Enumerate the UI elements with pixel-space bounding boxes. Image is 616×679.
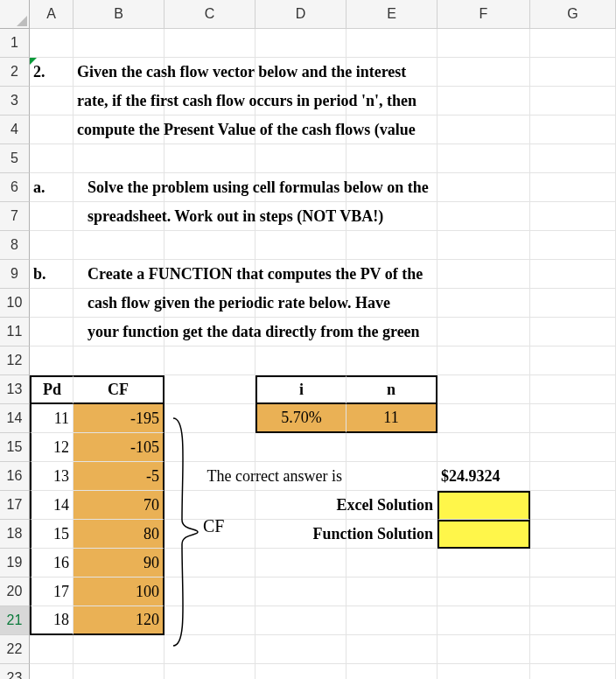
cell-D8[interactable]	[256, 231, 346, 260]
cell-D23[interactable]	[256, 664, 346, 679]
cell-D13-i[interactable]: i	[256, 375, 346, 404]
col-hdr-B[interactable]: B	[74, 0, 164, 29]
cell-C13[interactable]	[164, 375, 256, 404]
cell-B3[interactable]: rate, if the first cash flow occurs in p…	[74, 87, 164, 116]
row-hdr-19[interactable]: 19	[0, 549, 30, 578]
cell-B20[interactable]: 100	[74, 578, 164, 606]
cell-G13[interactable]	[530, 375, 616, 404]
row-hdr-6[interactable]: 6	[0, 173, 30, 202]
row-hdr-12[interactable]: 12	[0, 346, 30, 375]
cell-F12[interactable]	[438, 346, 530, 375]
col-hdr-F[interactable]: F	[438, 0, 530, 29]
row-hdr-21[interactable]: 21	[0, 606, 30, 635]
cell-C12[interactable]	[164, 346, 256, 375]
cell-G9[interactable]	[530, 260, 616, 289]
row-hdr-5[interactable]: 5	[0, 144, 30, 173]
cell-F9[interactable]	[438, 260, 530, 289]
cell-F11[interactable]	[438, 318, 530, 346]
cell-B12[interactable]	[74, 346, 164, 375]
cell-E13-n[interactable]: n	[346, 375, 438, 404]
cell-C8[interactable]	[164, 231, 256, 260]
cell-B8[interactable]	[74, 231, 164, 260]
cell-A9[interactable]: b.	[30, 260, 74, 289]
row-hdr-3[interactable]: 3	[0, 87, 30, 116]
row-hdr-22[interactable]: 22	[0, 635, 30, 664]
cell-A7[interactable]	[30, 202, 74, 231]
cell-D20[interactable]	[256, 578, 346, 606]
cell-E20[interactable]	[346, 578, 438, 606]
cell-A3[interactable]	[30, 87, 74, 116]
cell-A11[interactable]	[30, 318, 74, 346]
cell-E14-nval[interactable]: 11	[346, 404, 438, 433]
cell-D5[interactable]	[256, 144, 346, 173]
cell-G15[interactable]	[530, 433, 616, 462]
row-hdr-7[interactable]: 7	[0, 202, 30, 231]
cell-G1[interactable]	[530, 29, 616, 58]
cell-C1[interactable]	[164, 29, 256, 58]
cell-B19[interactable]: 90	[74, 549, 164, 578]
cell-C19[interactable]	[164, 549, 256, 578]
cell-G2[interactable]	[530, 58, 616, 87]
cell-D21[interactable]	[256, 606, 346, 635]
cell-E18-func[interactable]: Function Solution	[346, 520, 438, 549]
cell-G5[interactable]	[530, 144, 616, 173]
cell-G8[interactable]	[530, 231, 616, 260]
cell-B18[interactable]: 80	[74, 520, 164, 549]
cell-F1[interactable]	[438, 29, 530, 58]
cell-E15[interactable]	[346, 433, 438, 462]
cell-D19[interactable]	[256, 549, 346, 578]
row-hdr-23[interactable]: 23	[0, 664, 30, 679]
cell-F23[interactable]	[438, 664, 530, 679]
cell-G12[interactable]	[530, 346, 616, 375]
cell-F15[interactable]	[438, 433, 530, 462]
cell-B14[interactable]: -195	[74, 404, 164, 433]
col-hdr-G[interactable]: G	[530, 0, 616, 29]
cell-G20[interactable]	[530, 578, 616, 606]
cell-D16[interactable]: The correct answer is	[256, 462, 346, 491]
cell-A14[interactable]: 11	[30, 404, 74, 433]
cell-B6[interactable]: Solve the problem using cell formulas be…	[74, 173, 164, 202]
cell-C23[interactable]	[164, 664, 256, 679]
cell-G4[interactable]	[530, 116, 616, 144]
cell-G16[interactable]	[530, 462, 616, 491]
cell-D14-ival[interactable]: 5.70%	[256, 404, 346, 433]
cell-B7[interactable]: spreadsheet. Work out in steps (NOT VBA!…	[74, 202, 164, 231]
cell-A18[interactable]: 15	[30, 520, 74, 549]
cell-A13-Pd[interactable]: Pd	[30, 375, 74, 404]
cell-B23[interactable]	[74, 664, 164, 679]
cell-C22[interactable]	[164, 635, 256, 664]
cell-G18[interactable]	[530, 520, 616, 549]
cell-E16[interactable]	[346, 462, 438, 491]
row-hdr-16[interactable]: 16	[0, 462, 30, 491]
cell-G11[interactable]	[530, 318, 616, 346]
row-hdr-13[interactable]: 13	[0, 375, 30, 404]
cell-F18-func-sol[interactable]	[438, 520, 530, 549]
cell-C14[interactable]	[164, 404, 256, 433]
col-hdr-E[interactable]: E	[346, 0, 438, 29]
cell-F13[interactable]	[438, 375, 530, 404]
cell-F19[interactable]	[438, 549, 530, 578]
cell-F2[interactable]	[438, 58, 530, 87]
row-hdr-9[interactable]: 9	[0, 260, 30, 289]
cell-A20[interactable]: 17	[30, 578, 74, 606]
cell-E1[interactable]	[346, 29, 438, 58]
cell-D12[interactable]	[256, 346, 346, 375]
cell-B17[interactable]: 70	[74, 491, 164, 520]
cell-A2[interactable]: 2.	[30, 58, 74, 87]
cell-F14[interactable]	[438, 404, 530, 433]
cell-A1[interactable]	[30, 29, 74, 58]
cell-G3[interactable]	[530, 87, 616, 116]
row-hdr-1[interactable]: 1	[0, 29, 30, 58]
cell-F16-answer[interactable]: $24.9324	[438, 462, 530, 491]
cell-B13-CF[interactable]: CF	[74, 375, 164, 404]
cell-B9[interactable]: Create a FUNCTION that computes the PV o…	[74, 260, 164, 289]
cell-G19[interactable]	[530, 549, 616, 578]
row-hdr-18[interactable]: 18	[0, 520, 30, 549]
cell-G14[interactable]	[530, 404, 616, 433]
cell-C20[interactable]	[164, 578, 256, 606]
cell-E22[interactable]	[346, 635, 438, 664]
cell-F5[interactable]	[438, 144, 530, 173]
cell-B2[interactable]: Given the cash flow vector below and the…	[74, 58, 164, 87]
cell-D22[interactable]	[256, 635, 346, 664]
cell-B1[interactable]	[74, 29, 164, 58]
